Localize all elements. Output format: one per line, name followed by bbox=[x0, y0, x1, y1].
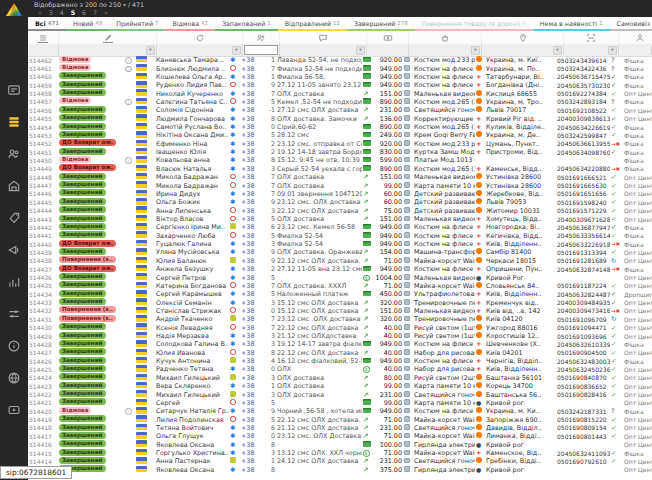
column-filter[interactable]: ▾ bbox=[619, 44, 652, 56]
filter-dropdown-icon[interactable]: ▾ bbox=[471, 46, 480, 55]
ring-chat-icon[interactable] bbox=[230, 232, 236, 238]
phone-link[interactable]: +38 bbox=[240, 148, 264, 156]
phone-link[interactable]: +38 bbox=[240, 265, 264, 273]
chat-asterisk-icon[interactable]: ✱ bbox=[230, 140, 235, 148]
pagination-last-icon[interactable]: » bbox=[104, 9, 108, 16]
tab-nema-v-naiavnosti[interactable]: Нема в наявності1 bbox=[533, 17, 610, 31]
info-icon[interactable]: i bbox=[125, 157, 132, 164]
phone-link[interactable]: +38 bbox=[240, 56, 264, 64]
tab-zapakovanyi[interactable]: Запакований1 bbox=[215, 17, 278, 31]
chat-asterisk-icon[interactable]: ✱ bbox=[230, 340, 235, 348]
pagination-page-4[interactable]: 4 bbox=[60, 9, 64, 16]
pagination-range-text[interactable]: Відображено з 200 по 250 bbox=[34, 1, 121, 8]
chat-asterisk-icon[interactable]: ✱ bbox=[230, 198, 235, 206]
chat-asterisk-icon[interactable]: ✱ bbox=[230, 265, 235, 273]
chat-asterisk-icon[interactable]: ✱ bbox=[230, 240, 235, 248]
phone-link[interactable]: +38 bbox=[240, 424, 264, 432]
column-header-scan[interactable] bbox=[564, 31, 619, 44]
olx-chat-icon[interactable] bbox=[230, 457, 236, 463]
ring-chat-icon[interactable] bbox=[230, 416, 236, 422]
tab-vsi[interactable]: Всі471 bbox=[28, 17, 66, 31]
phone-link[interactable]: +38 bbox=[240, 81, 264, 89]
sidebar-item-warehouse[interactable] bbox=[0, 170, 28, 202]
olx-chat-icon[interactable] bbox=[230, 257, 236, 263]
chat-asterisk-icon[interactable]: ✱ bbox=[230, 123, 235, 131]
chat-asterisk-icon[interactable]: ✱ bbox=[230, 449, 235, 457]
pagination-page-3[interactable]: 3 bbox=[49, 9, 53, 16]
phone-link[interactable]: +38 bbox=[240, 131, 264, 139]
info-icon[interactable]: i bbox=[125, 99, 132, 106]
filter-dropdown-icon[interactable]: ▾ bbox=[553, 46, 562, 55]
filter-dropdown-icon[interactable]: ▾ bbox=[356, 46, 365, 55]
olx-chat-icon[interactable] bbox=[230, 315, 236, 321]
phone-link[interactable]: +38 bbox=[240, 340, 264, 348]
phone-link[interactable]: +38 bbox=[240, 223, 264, 231]
phone-link[interactable]: +38 bbox=[240, 198, 264, 206]
chat-asterisk-icon[interactable]: ✱ bbox=[230, 441, 235, 449]
phone-link[interactable]: +38 bbox=[240, 73, 264, 81]
sidebar-item-support[interactable] bbox=[0, 362, 28, 394]
sidebar-item-clients[interactable] bbox=[0, 138, 28, 170]
column-header-basket[interactable] bbox=[409, 31, 482, 44]
column-filter[interactable] bbox=[367, 44, 409, 56]
phone-link[interactable]: +38 bbox=[240, 240, 264, 248]
phone-link[interactable]: +38 bbox=[240, 416, 264, 424]
app-logo-icon[interactable] bbox=[5, 2, 23, 18]
ring-chat-icon[interactable] bbox=[230, 349, 236, 355]
ring-chat-icon[interactable] bbox=[230, 282, 236, 288]
ring-chat-icon[interactable] bbox=[230, 307, 236, 313]
pagination-page-6[interactable]: 6 bbox=[82, 9, 86, 16]
phone-link[interactable]: +38 bbox=[240, 115, 264, 123]
sidebar-item-marketing[interactable] bbox=[0, 234, 28, 266]
phone-link[interactable]: +38 bbox=[240, 248, 264, 256]
info-icon[interactable]: i bbox=[125, 408, 132, 415]
ring-chat-icon[interactable] bbox=[230, 98, 236, 104]
chat-asterisk-icon[interactable]: ✱ bbox=[230, 131, 235, 139]
phone-link[interactable]: +38 bbox=[240, 391, 264, 399]
tab-vidmova[interactable]: Відмова42 bbox=[165, 17, 214, 31]
filter-dropdown-icon[interactable]: ▾ bbox=[146, 46, 155, 55]
phone-link[interactable]: +38 bbox=[240, 441, 264, 449]
chat-asterisk-icon[interactable]: ✱ bbox=[230, 115, 235, 123]
column-filter[interactable]: ▾ bbox=[280, 44, 367, 56]
ring-chat-icon[interactable] bbox=[230, 399, 236, 405]
chat-asterisk-icon[interactable]: ✱ bbox=[230, 365, 235, 373]
chat-asterisk-icon[interactable]: ✱ bbox=[230, 290, 235, 298]
phone-link[interactable]: +38 bbox=[240, 399, 264, 407]
info-icon[interactable]: i bbox=[125, 66, 132, 73]
column-header-pin[interactable] bbox=[482, 31, 564, 44]
phone-link[interactable]: +38 bbox=[240, 315, 264, 323]
sidebar-item-orders[interactable] bbox=[0, 106, 28, 138]
column-filter[interactable]: ▾ bbox=[409, 44, 482, 56]
phone-link[interactable]: +38 bbox=[240, 65, 264, 73]
phone-link[interactable]: +38 bbox=[240, 207, 264, 215]
ring-chat-icon[interactable] bbox=[230, 174, 236, 180]
column-header-list[interactable] bbox=[28, 31, 59, 44]
chat-asterisk-icon[interactable]: ✱ bbox=[230, 73, 235, 81]
column-header-people[interactable] bbox=[243, 31, 280, 44]
sidebar-item-info[interactable] bbox=[0, 330, 28, 362]
olx-chat-icon[interactable] bbox=[230, 223, 236, 229]
phone-link[interactable]: +38 bbox=[240, 307, 264, 315]
ring-chat-icon[interactable] bbox=[230, 207, 236, 213]
phone-link[interactable]: +38 bbox=[240, 432, 264, 440]
column-filter[interactable] bbox=[28, 44, 59, 56]
info-icon[interactable]: i bbox=[125, 57, 132, 64]
tab-samovyviz[interactable]: Самовивіз2 bbox=[610, 17, 652, 31]
tab-vidpravlenyi[interactable]: Відправлений12 bbox=[278, 17, 347, 31]
ring-chat-icon[interactable] bbox=[230, 82, 236, 88]
chat-asterisk-icon[interactable]: ✱ bbox=[230, 148, 235, 156]
ring-chat-icon[interactable] bbox=[230, 216, 236, 222]
tab-povernennia-tovaru[interactable]: Повернення товару (в дорозі)0 bbox=[415, 17, 533, 31]
phone-link[interactable]: +38 bbox=[240, 299, 264, 307]
chat-asterisk-icon[interactable]: ✱ bbox=[230, 424, 235, 432]
phone-link[interactable]: +38 bbox=[240, 123, 264, 131]
sidebar-item-stats[interactable] bbox=[0, 266, 28, 298]
chat-asterisk-icon[interactable]: ✱ bbox=[230, 382, 235, 390]
tab-zavershenyi[interactable]: Завершений278 bbox=[347, 17, 415, 31]
phone-link[interactable]: +38 bbox=[240, 165, 264, 173]
tab-novyi[interactable]: Новий48 bbox=[66, 17, 109, 31]
phone-link[interactable]: +38 bbox=[240, 106, 264, 114]
column-filter[interactable]: ▾ bbox=[564, 44, 619, 56]
column-filter[interactable]: ▾ bbox=[157, 44, 243, 56]
